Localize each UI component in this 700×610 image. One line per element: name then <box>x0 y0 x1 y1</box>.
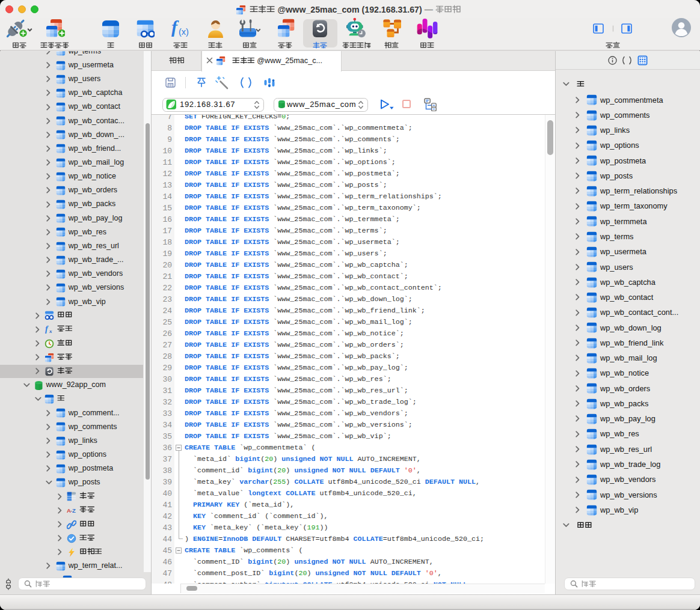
svg-text:x: x <box>49 328 52 334</box>
svg-text:(x): (x) <box>179 27 189 37</box>
svg-text:Z: Z <box>72 507 76 514</box>
svg-text:f: f <box>45 325 49 334</box>
